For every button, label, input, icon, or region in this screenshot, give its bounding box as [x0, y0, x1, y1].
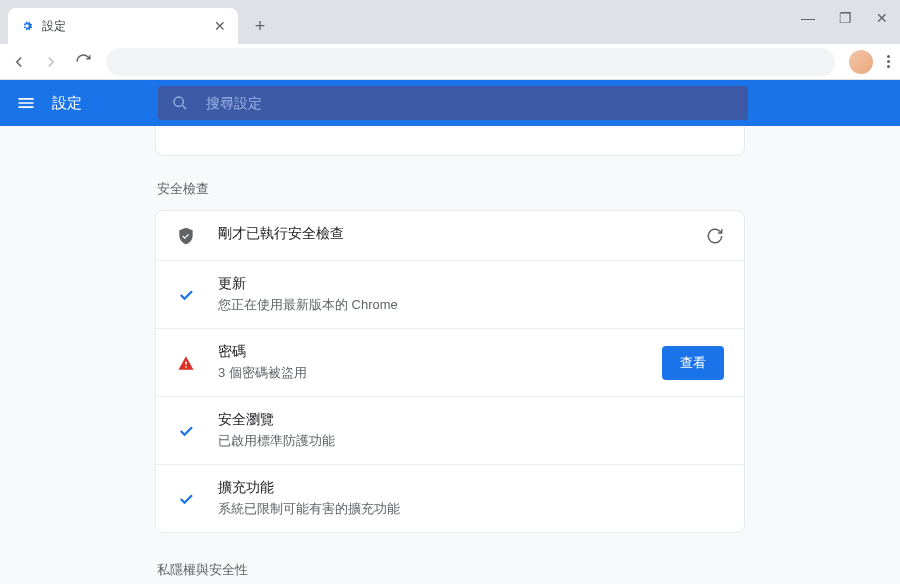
- passwords-sub: 3 個密碼被盜用: [218, 364, 640, 382]
- browser-toolbar: [0, 44, 900, 80]
- refresh-icon[interactable]: [706, 227, 724, 245]
- menu-icon[interactable]: [16, 93, 36, 113]
- safety-check-card: 剛才已執行安全檢查 更新 您正在使用最新版本的 Chrome: [155, 210, 745, 533]
- settings-title: 設定: [52, 94, 82, 113]
- close-window-button[interactable]: ✕: [876, 10, 888, 26]
- privacy-header: 私隱權與安全性: [155, 561, 745, 579]
- update-title: 更新: [218, 275, 724, 293]
- browser-tab[interactable]: 設定 ✕: [8, 8, 238, 44]
- check-icon: [176, 490, 196, 508]
- new-tab-button[interactable]: +: [246, 12, 274, 40]
- svg-point-0: [174, 97, 183, 106]
- forward-button: [42, 53, 60, 71]
- address-bar[interactable]: [106, 48, 835, 76]
- extensions-sub: 系統已限制可能有害的擴充功能: [218, 500, 724, 518]
- safe-browsing-title: 安全瀏覽: [218, 411, 724, 429]
- settings-search[interactable]: [158, 86, 748, 120]
- warning-icon: [176, 354, 196, 372]
- extensions-title: 擴充功能: [218, 479, 724, 497]
- check-icon: [176, 422, 196, 440]
- reload-button[interactable]: [74, 53, 92, 70]
- profile-avatar[interactable]: [849, 50, 873, 74]
- safe-browsing-sub: 已啟用標準防護功能: [218, 432, 724, 450]
- maximize-button[interactable]: ❐: [839, 10, 852, 26]
- tab-title: 設定: [42, 18, 206, 35]
- update-sub: 您正在使用最新版本的 Chrome: [218, 296, 724, 314]
- search-icon: [172, 95, 188, 111]
- shield-icon: [176, 226, 196, 246]
- back-button[interactable]: [10, 53, 28, 71]
- extensions-row[interactable]: 擴充功能 系統已限制可能有害的擴充功能: [156, 465, 744, 532]
- previous-card-stub: [155, 126, 745, 156]
- check-icon: [176, 286, 196, 304]
- view-passwords-button[interactable]: 查看: [662, 346, 724, 380]
- safety-check-header: 安全檢查: [155, 180, 745, 198]
- browser-titlebar: 設定 ✕ + — ❐ ✕: [0, 0, 900, 44]
- passwords-title: 密碼: [218, 343, 640, 361]
- settings-header: 設定: [0, 80, 900, 126]
- search-input[interactable]: [206, 95, 734, 111]
- passwords-row[interactable]: 密碼 3 個密碼被盜用 查看: [156, 329, 744, 397]
- settings-content: 安全檢查 剛才已執行安全檢查 更新 您正在使用最新版本的: [0, 126, 900, 584]
- gear-icon: [20, 19, 34, 33]
- safety-check-status-row: 剛才已執行安全檢查: [156, 211, 744, 261]
- update-row[interactable]: 更新 您正在使用最新版本的 Chrome: [156, 261, 744, 329]
- safe-browsing-row[interactable]: 安全瀏覽 已啟用標準防護功能: [156, 397, 744, 465]
- safety-status-text: 剛才已執行安全檢查: [218, 225, 684, 243]
- menu-button[interactable]: [887, 55, 890, 68]
- close-icon[interactable]: ✕: [214, 18, 226, 34]
- minimize-button[interactable]: —: [801, 10, 815, 26]
